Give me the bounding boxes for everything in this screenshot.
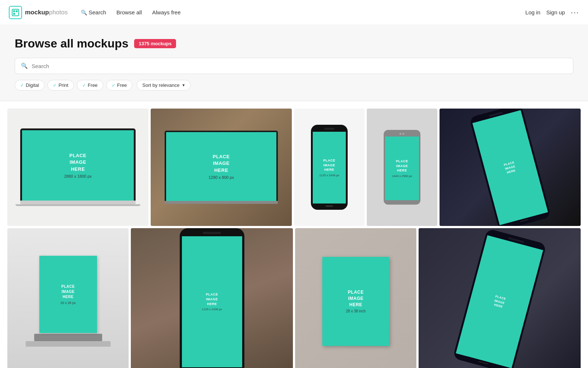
check-icon: ✓	[82, 83, 86, 88]
filter-free-2[interactable]: ✓ Free	[106, 80, 133, 91]
chevron-down-icon: ▼	[182, 83, 186, 87]
filter-free-1[interactable]: ✓ Free	[77, 80, 103, 91]
signup-link[interactable]: Sign up	[546, 9, 565, 15]
gallery-row-2: PLACEIMAGEHERE 20 x 28 px PLACEIMAGEHERE…	[7, 228, 581, 368]
nav-browse[interactable]: Browse all	[112, 6, 146, 18]
search-bar-icon: 🔍	[21, 63, 28, 69]
search-bar: 🔍	[15, 58, 573, 74]
page-title: Browse all mockups	[15, 37, 128, 50]
filter-row: ✓ Digital ✓ Print ✓ Free ✓ Free Sort by …	[15, 80, 573, 91]
gallery-row-1: PLACEIMAGEHERE 2880 x 1800 px PLACEIMAGE…	[7, 109, 581, 226]
more-menu-button[interactable]: ···	[571, 8, 579, 17]
browse-header: Browse all mockups 1375 mockups 🔍 ✓ Digi…	[0, 25, 588, 101]
filter-digital[interactable]: ✓ Digital	[15, 80, 44, 91]
mockup-phone-grey[interactable]: PLACEIMAGEHERE 1440 x 2560 px	[367, 109, 437, 226]
search-input[interactable]	[32, 63, 567, 69]
svg-rect-2	[16, 10, 18, 12]
nav-right: Log in Sign up ···	[526, 8, 579, 17]
mockup-laptop-hand[interactable]: PLACEIMAGEHERE 1280 x 800 px	[151, 109, 292, 226]
mockup-poster-person[interactable]: PLACEIMAGEHERE 20 x 28 px	[7, 228, 129, 368]
nav-free[interactable]: Always free	[148, 6, 185, 18]
nav-links: 🔍 Search Browse all Always free	[76, 6, 185, 18]
logo-sub: photos	[49, 9, 68, 16]
logo[interactable]: mockupphotos	[9, 6, 68, 19]
check-icon: ✓	[112, 83, 115, 88]
mockup-phone-hand-v[interactable]: PLACEIMAGEHERE 1125 x 2436 px	[131, 228, 293, 368]
svg-rect-0	[12, 9, 19, 16]
search-icon: 🔍	[81, 10, 87, 15]
gallery: PLACEIMAGEHERE 2880 x 1800 px PLACEIMAGE…	[0, 101, 588, 368]
filter-print[interactable]: ✓ Print	[47, 80, 74, 91]
mockup-laptop-white[interactable]: PLACEIMAGEHERE 2880 x 1800 px	[7, 109, 148, 226]
check-icon: ✓	[20, 83, 24, 88]
mockup-phone-dark-hand[interactable]: PLACEIMAGEHERE	[440, 109, 581, 226]
title-row: Browse all mockups 1375 mockups	[15, 37, 573, 50]
svg-rect-1	[13, 10, 15, 12]
logo-icon	[9, 6, 22, 19]
nav-search[interactable]: 🔍 Search	[76, 6, 111, 18]
login-link[interactable]: Log in	[526, 9, 541, 15]
mockup-poster-brick[interactable]: PLACEIMAGEHERE 28 x 38 inch	[295, 228, 416, 368]
svg-rect-3	[13, 13, 15, 15]
logo-name: mockup	[25, 9, 49, 16]
mockup-count-badge: 1375 mockups	[134, 39, 176, 48]
mockup-phone-white[interactable]: PLACEIMAGEHERE 1125 x 2436 px	[294, 109, 365, 226]
check-icon: ✓	[53, 83, 57, 88]
sort-dropdown[interactable]: Sort by relevance ▼	[137, 80, 191, 91]
navbar: mockupphotos 🔍 Search Browse all Always …	[0, 0, 588, 25]
mockup-phone-coffee[interactable]: PLACEIMAGEHERE	[419, 228, 581, 368]
